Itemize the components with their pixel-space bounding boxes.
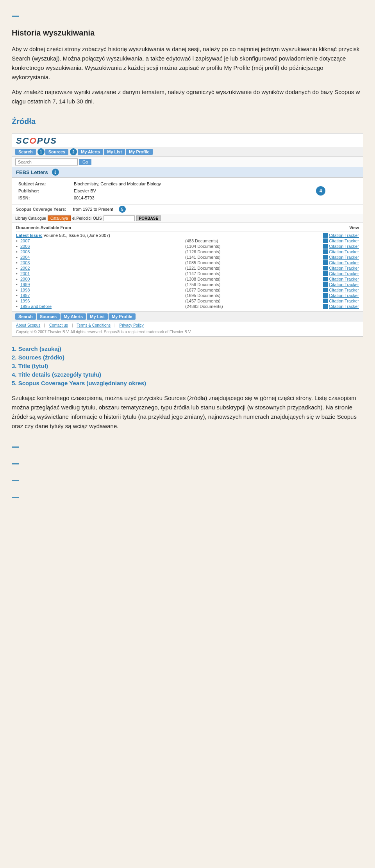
doc-count: (24893 Documents) — [185, 304, 236, 309]
scopus-logo: SCOPUS — [16, 136, 57, 146]
citation-tracker-link[interactable]: Citation Tracker — [323, 293, 359, 298]
scopus-logo-row: SCOPUS — [12, 133, 363, 147]
list-item-label: 1. Search (szukaj) — [12, 345, 61, 352]
docs-header: Documents Available From View — [16, 225, 359, 231]
numbered-list: 1. Search (szukaj)2. Sources (źródło)3. … — [12, 345, 363, 386]
lib-bar: Library Catalogue Catalunya el.Periodici… — [12, 214, 363, 223]
lib-cat-btn[interactable]: Catalunya — [48, 215, 71, 221]
bottom-mylist-btn[interactable]: My List — [87, 313, 108, 320]
year-rows: • 2007 (483 Documents) Citation Tracker … — [16, 238, 359, 309]
privacy-link[interactable]: Privacy Policy — [120, 323, 144, 327]
footer-copy: Copyright © 2007 Elsevier B.V. All right… — [12, 329, 363, 336]
list-item: 4. Title details (szczegóły tytułu) — [12, 371, 363, 378]
coverage-value: from 1972 to Present — [73, 207, 113, 212]
nav-alerts-btn[interactable]: My Alerts — [78, 149, 103, 155]
tracker-icon-small — [323, 255, 328, 260]
doc-year-link[interactable]: 2006 — [20, 244, 30, 249]
citation-tracker-link[interactable]: Citation Tracker — [323, 266, 359, 270]
doc-year-row: • 2004 (1141 Documents) Citation Tracker — [16, 254, 359, 260]
doc-year-row: • 1995 and before (24893 Documents) Cita… — [16, 304, 359, 309]
tracker-icon-small — [323, 244, 328, 249]
terms-link[interactable]: Terms & Conditions — [77, 323, 111, 327]
doc-year-link[interactable]: 2002 — [20, 266, 30, 270]
lib-search-input[interactable] — [104, 215, 135, 221]
doc-year-link[interactable]: 2003 — [20, 260, 30, 265]
doc-year-link[interactable]: 2001 — [20, 271, 30, 276]
tracker-icon-small — [323, 304, 328, 309]
nav-mylist-btn[interactable]: My List — [104, 149, 125, 155]
doc-year-link[interactable]: 1998 — [20, 288, 30, 292]
doc-count: (1756 Documents) — [185, 282, 236, 287]
doc-year-link[interactable]: 1996 — [20, 299, 30, 303]
doc-count: (1085 Documents) — [185, 260, 236, 265]
doc-year-link[interactable]: 2000 — [20, 277, 30, 281]
search-input[interactable] — [15, 158, 78, 165]
title-name: FEBS Letters — [16, 169, 48, 175]
badge-4: 4 — [316, 186, 325, 196]
bottom-sources-btn[interactable]: Sources — [37, 313, 60, 320]
nav-search-btn[interactable]: Search — [15, 149, 36, 155]
tracker-icon-small — [323, 271, 328, 276]
doc-year-row: • 2001 (1147 Documents) Citation Tracker — [16, 271, 359, 276]
doc-count: (1308 Documents) — [185, 277, 236, 281]
doc-year-row: • 1999 (1756 Documents) Citation Tracker — [16, 282, 359, 287]
doc-year-row: • 2005 (1126 Documents) Citation Tracker — [16, 249, 359, 254]
citation-tracker-link[interactable]: Citation Tracker — [323, 244, 359, 249]
nav-profile-btn[interactable]: My Profile — [126, 149, 153, 155]
lib-porbase-btn[interactable]: PORBASE — [136, 215, 161, 221]
list-item-label: 2. Sources (źródło) — [12, 354, 64, 361]
citation-tracker-link[interactable]: Citation Tracker — [323, 271, 359, 276]
citation-tracker-link[interactable]: Citation Tracker — [323, 282, 359, 287]
nav-sources-btn[interactable]: Sources — [45, 149, 68, 155]
divider-3 — [12, 480, 19, 481]
doc-year-row: • 1997 (1695 Documents) Citation Tracker — [16, 293, 359, 298]
citation-tracker-link[interactable]: Citation Tracker — [323, 238, 359, 243]
latest-issue-label: Latest Issue: — [16, 233, 42, 238]
contact-link[interactable]: Contact us — [49, 323, 68, 327]
doc-year-row: • 2002 (1221 Documents) Citation Tracker — [16, 265, 359, 271]
paragraph-3: Szukając konkretnego czasopisma, można u… — [12, 393, 363, 431]
title-bar: FEBS Letters 3 — [12, 167, 363, 178]
latest-citation-tracker[interactable]: Citation Tracker — [323, 233, 359, 238]
citation-tracker-link[interactable]: Citation Tracker — [323, 260, 359, 265]
doc-year-link[interactable]: 1995 and before — [20, 304, 52, 309]
doc-year-link[interactable]: 1997 — [20, 293, 30, 298]
page-title: Historia wyszukiwania — [12, 28, 363, 37]
citation-tracker-link[interactable]: Citation Tracker — [323, 249, 359, 254]
divider-1 — [12, 446, 19, 448]
doc-year-link[interactable]: 2005 — [20, 249, 30, 254]
docs-section: Documents Available From View Latest Iss… — [12, 223, 363, 311]
doc-year-link[interactable]: 1999 — [20, 282, 30, 287]
page-container: Historia wyszukiwania Aby w dolnej częśc… — [0, 0, 375, 529]
list-item-label: 4. Title details (szczegóły tytułu) — [12, 371, 101, 378]
citation-tracker-link[interactable]: Citation Tracker — [323, 304, 359, 309]
bottom-search-btn[interactable]: Search — [15, 313, 36, 320]
tracker-icon — [323, 233, 328, 238]
badge-1: 1 — [38, 148, 45, 155]
badge-2: 2 — [70, 148, 77, 155]
footer-links: About Scopus | Contact us | Terms & Cond… — [12, 321, 363, 329]
about-scopus-link[interactable]: About Scopus — [16, 323, 40, 327]
doc-count: (1695 Documents) — [185, 293, 236, 298]
badge-5: 5 — [119, 206, 126, 213]
doc-year-row: • 1996 (1457 Documents) Citation Tracker — [16, 298, 359, 304]
subject-area-value: Biochemistry, Genetics and Molecular Bio… — [72, 181, 307, 187]
citation-tracker-link[interactable]: Citation Tracker — [323, 255, 359, 260]
publisher-value: Elsevier BV — [72, 188, 307, 194]
lib-periodical-label: el.Periodici — [72, 216, 91, 221]
bottom-alerts-btn[interactable]: My Alerts — [61, 313, 86, 320]
screenshot-box: SCOPUS Search 1 Sources 2 My Alerts My L… — [12, 133, 363, 337]
list-item-label: 5. Scopus Coverage Years (uwzględniany o… — [12, 380, 146, 386]
search-row: Go — [12, 157, 363, 167]
citation-tracker-link[interactable]: Citation Tracker — [323, 277, 359, 281]
subject-area-label: Subject Area: — [17, 181, 71, 187]
doc-year-link[interactable]: 2004 — [20, 255, 30, 260]
doc-year-row: • 2007 (483 Documents) Citation Tracker — [16, 238, 359, 244]
citation-tracker-link[interactable]: Citation Tracker — [323, 288, 359, 292]
citation-tracker-link[interactable]: Citation Tracker — [323, 299, 359, 303]
list-item-label: 3. Title (tytuł) — [12, 363, 48, 369]
issn-value: 0014-5793 — [72, 195, 307, 201]
go-button[interactable]: Go — [79, 159, 91, 165]
doc-year-link[interactable]: 2007 — [20, 238, 30, 243]
bottom-profile-btn[interactable]: My Profile — [109, 313, 136, 320]
